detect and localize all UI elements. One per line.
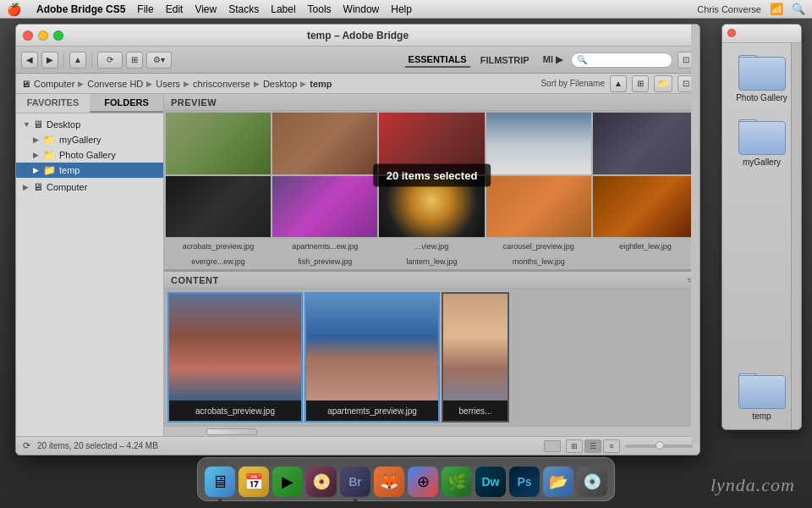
tools-button[interactable]: ⚙▾ [146, 52, 172, 69]
tree-item-computer[interactable]: ▶ 🖥 Computer [16, 179, 163, 195]
view-list-button[interactable]: ☰ [584, 439, 601, 453]
dock-bridge[interactable]: Br [340, 467, 370, 497]
tree-label-computer: Computer [47, 182, 87, 192]
content-thumb-1[interactable]: acrobats_preview.jpg [167, 292, 303, 422]
close-button[interactable] [23, 30, 33, 41]
tree-item-mygallery[interactable]: ▶ 📁 myGallery [16, 132, 163, 147]
loading-icon: ⟳ [23, 440, 30, 451]
apple-menu[interactable]: 🍎 [7, 3, 21, 16]
content-grid: acrobats_preview.jpg apartnemts_preview.… [164, 289, 700, 426]
right-panel-scrollbar[interactable] [791, 43, 801, 429]
view-grid-button[interactable]: ⊞ [566, 439, 583, 453]
tab-mi[interactable]: MI ▶ [540, 52, 566, 67]
right-panel-title [722, 25, 801, 43]
help-menu[interactable]: Help [391, 3, 412, 15]
tab-essentials[interactable]: ESSENTIALS [405, 52, 470, 68]
breadcrumb-bar: 🖥 Computer ▶ Converse HD ▶ Users ▶ chris… [16, 74, 700, 94]
view-options-button[interactable]: ⊞ [632, 75, 649, 92]
expand-arrow-computer: ▶ [23, 183, 30, 191]
dock-icon-3[interactable]: ▶ [272, 467, 303, 497]
dock-photoshop[interactable]: Ps [509, 467, 540, 497]
edit-menu[interactable]: Edit [166, 3, 184, 15]
maximize-button[interactable] [53, 30, 63, 41]
back-button[interactable]: ◀ [21, 52, 38, 69]
mygallery-icon: 📁 [43, 134, 56, 146]
tree-item-temp[interactable]: ▶ 📁 temp [16, 163, 163, 178]
label-menu[interactable]: Label [271, 3, 295, 15]
dock-folders[interactable]: 📂 [543, 467, 573, 497]
dock-icon-2[interactable]: 📅 [239, 467, 269, 497]
toolbar-divider-1 [63, 52, 64, 68]
wifi-icon: 📶 [770, 3, 783, 15]
rp-close[interactable] [727, 29, 736, 37]
content-hscrollbar[interactable] [164, 426, 700, 436]
nav-button[interactable]: ⟳ [97, 52, 123, 69]
tree-item-desktop[interactable]: ▼ 🖥 Desktop [16, 117, 163, 132]
tools-menu[interactable]: Tools [308, 3, 332, 15]
stacks-menu[interactable]: Stacks [228, 3, 259, 15]
preview-thumb-4[interactable] [486, 113, 591, 174]
forward-button[interactable]: ▶ [41, 52, 58, 69]
bc-users[interactable]: Users [156, 79, 180, 89]
dock-finder-dot [218, 499, 222, 502]
preview-thumb-10[interactable] [593, 176, 698, 238]
dock-burn[interactable]: 💿 [577, 467, 607, 497]
bc-desktop[interactable]: Desktop [263, 79, 297, 89]
up-button[interactable]: ▲ [69, 52, 86, 69]
preview-thumb-8[interactable] [379, 176, 484, 238]
tab-favorites[interactable]: FAVORITES [16, 94, 90, 113]
dock-chrome[interactable]: ⊕ [408, 467, 438, 497]
dock-icon-4[interactable]: 📀 [306, 467, 337, 497]
minimize-button[interactable] [38, 30, 48, 41]
content-thumb-3[interactable]: berries... [442, 292, 509, 422]
app-name-menu[interactable]: Adobe Bridge CS5 [36, 3, 125, 15]
dock-dreamweaver[interactable]: Dw [475, 467, 506, 497]
content-img-3 [443, 294, 508, 400]
tree-label-temp: temp [59, 165, 80, 175]
content-vscrollbar[interactable] [691, 272, 700, 436]
bc-computer[interactable]: Computer [34, 79, 74, 89]
sort-direction-button[interactable]: ▲ [610, 75, 627, 92]
preview-thumb-7[interactable] [272, 176, 377, 238]
dock-icon-leaf[interactable]: 🌿 [442, 467, 472, 497]
bc-hd[interactable]: Converse HD [87, 79, 143, 89]
tree-item-photogallery[interactable]: ▶ 📁 Photo Gallery [16, 147, 163, 163]
toolbar-divider-2 [91, 52, 92, 68]
tab-filmstrip[interactable]: FILMSTRIP [477, 53, 533, 67]
status-thumb-icon [544, 440, 561, 452]
preview-thumb-9[interactable] [486, 176, 591, 238]
dock-firefox[interactable]: 🦊 [374, 467, 404, 497]
preview-thumb-2[interactable] [272, 113, 377, 174]
folder-button[interactable]: 📁 [654, 75, 672, 92]
rp-folder-icon-temp [738, 370, 786, 409]
preview-thumb-1[interactable] [166, 113, 271, 174]
preview-label-7: fish_preview.jpg [272, 254, 377, 269]
zoom-slider[interactable] [625, 444, 693, 448]
bc-user[interactable]: chrisconverse [193, 79, 250, 89]
zoom-thumb[interactable] [656, 441, 664, 450]
dock-finder[interactable]: 🖥 [205, 467, 235, 497]
tree-label-desktop: Desktop [47, 119, 80, 130]
rp-folder-temp[interactable]: temp [738, 370, 786, 421]
rp-folder-photogallery[interactable]: Photo Gallery [736, 52, 787, 102]
rp-folder-mygallery[interactable]: myGallery [738, 116, 786, 167]
content-area: FAVORITES FOLDERS ▼ 🖥 Desktop ▶ 📁 myGall… [16, 94, 700, 436]
window-menu[interactable]: Window [343, 3, 380, 15]
bc-temp[interactable]: temp [310, 79, 332, 89]
view-menu[interactable]: View [195, 3, 217, 15]
preview-thumb-6[interactable] [166, 176, 271, 238]
rp-folder-back-temp [738, 375, 786, 409]
view-toggle-button[interactable]: ⊞ [126, 52, 143, 69]
file-menu[interactable]: File [137, 3, 153, 15]
search-icon[interactable]: 🔍 [792, 3, 805, 15]
preview-thumb-5[interactable] [593, 113, 698, 174]
search-box[interactable]: 🔍 [571, 52, 672, 68]
tab-folders[interactable]: FOLDERS [90, 94, 163, 113]
view-detail-button[interactable]: ≡ [603, 439, 620, 453]
preview-thumb-3[interactable] [379, 113, 484, 174]
rp-mygallery-label: myGallery [743, 157, 781, 167]
lynda-watermark: lynda.com [710, 474, 795, 496]
content-hscroll-thumb[interactable] [206, 428, 257, 435]
content-thumb-2[interactable]: apartnemts_preview.jpg [304, 292, 440, 422]
expand-arrow-mygallery: ▶ [33, 135, 40, 144]
